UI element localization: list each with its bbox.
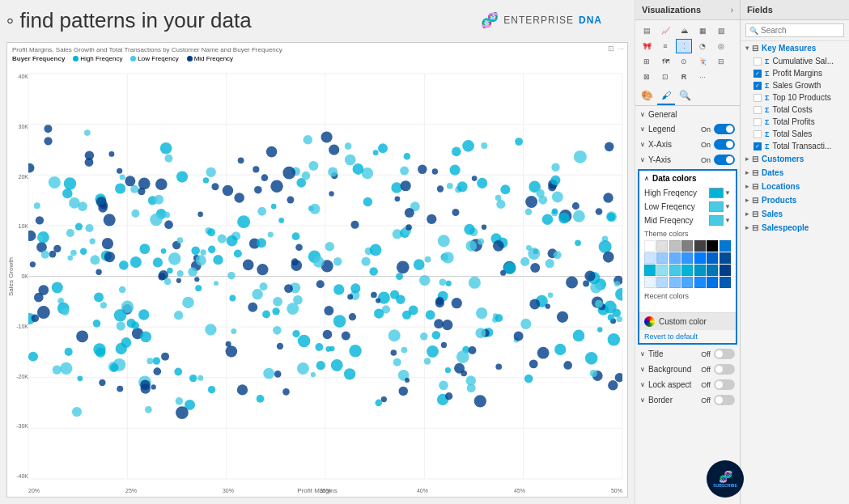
section-lock-aspect[interactable]: ∨ Lock aspect Off: [635, 377, 740, 392]
color-cell[interactable]: [707, 252, 718, 264]
viz-icon-pie[interactable]: ◔: [694, 39, 711, 53]
viz-icon-table[interactable]: ⊟: [713, 54, 729, 69]
more-icon[interactable]: ···: [618, 44, 624, 53]
section-legend[interactable]: ∨ Legend On: [635, 121, 740, 137]
subscribe-icon[interactable]: 🧬 SUBSCRIBE: [707, 460, 744, 498]
color-cell[interactable]: [694, 252, 706, 264]
field-group-header[interactable]: ▸⊟Locations: [741, 180, 849, 193]
revert-btn[interactable]: Revert to default: [639, 330, 736, 343]
section-border[interactable]: ∨ Border Off: [635, 392, 740, 408]
viz-icon-card[interactable]: 🃏: [694, 54, 711, 69]
color-cell[interactable]: [707, 240, 718, 252]
color-cell[interactable]: [669, 265, 681, 276]
color-cell[interactable]: [694, 277, 706, 288]
section-general[interactable]: ∨ General: [635, 108, 740, 121]
viz-icon-stacked-bar[interactable]: ▦: [694, 23, 711, 38]
legend-toggle[interactable]: [714, 124, 735, 134]
field-checkbox[interactable]: [753, 94, 762, 102]
legend-label: Buyer Frequency: [12, 55, 65, 62]
background-toggle[interactable]: [714, 364, 735, 375]
viz-icon-gauge[interactable]: ⊙: [676, 54, 692, 69]
viz-icon-r[interactable]: R: [676, 70, 692, 84]
color-cell[interactable]: [707, 277, 718, 288]
color-cell[interactable]: [644, 277, 656, 288]
viz-icon-bar[interactable]: ▤: [639, 23, 655, 38]
color-cell[interactable]: [681, 252, 693, 264]
color-cell[interactable]: [669, 277, 681, 288]
field-item[interactable]: ΣTotal Costs: [741, 104, 849, 116]
xaxis-toggle[interactable]: [714, 139, 735, 150]
field-checkbox[interactable]: [753, 118, 762, 126]
field-item[interactable]: ΣCumulative Sal...: [741, 55, 849, 67]
field-item[interactable]: ✓ΣTotal Transacti...: [741, 140, 849, 152]
color-cell[interactable]: [720, 277, 731, 288]
viz-panel-arrow[interactable]: ›: [731, 6, 733, 15]
color-cell[interactable]: [669, 252, 681, 264]
expand-icon[interactable]: ⊡: [608, 44, 614, 53]
color-cell[interactable]: [720, 240, 731, 252]
fields-search-input[interactable]: [761, 26, 840, 35]
color-cell[interactable]: [681, 265, 693, 276]
viz-icon-map[interactable]: 🗺: [657, 54, 673, 69]
color-cell[interactable]: [681, 277, 693, 288]
viz-icon-ribbon[interactable]: 🎀: [639, 39, 655, 53]
color-cell[interactable]: [656, 252, 668, 264]
color-cell[interactable]: [644, 240, 656, 252]
field-group-header[interactable]: ▸⊟Salespeople: [741, 221, 849, 235]
field-checkbox[interactable]: [753, 106, 762, 114]
viz-icon-py[interactable]: ⋯: [694, 70, 711, 84]
data-colors-header[interactable]: ∧ Data colors: [639, 171, 736, 186]
field-checkbox[interactable]: ✓: [753, 82, 762, 90]
color-cell[interactable]: [656, 240, 668, 252]
field-checkbox[interactable]: ✓: [753, 70, 762, 78]
viz-icon-treemap[interactable]: ⊞: [639, 54, 655, 69]
field-checkbox[interactable]: ✓: [753, 142, 762, 150]
color-cell[interactable]: [656, 265, 668, 276]
viz-icon-waterfall[interactable]: ≡: [657, 39, 673, 53]
field-group-header[interactable]: ▸⊟Customers: [741, 152, 849, 166]
tab-format[interactable]: 🎨: [637, 87, 657, 105]
title-toggle[interactable]: [714, 349, 735, 359]
viz-icon-donut[interactable]: ◎: [713, 39, 729, 53]
field-checkbox[interactable]: [753, 57, 762, 66]
color-cell[interactable]: [720, 252, 731, 264]
tab-format-active[interactable]: 🖌: [657, 87, 675, 105]
custom-color-btn[interactable]: Custom color: [639, 312, 736, 330]
section-background[interactable]: ∨ Background Off: [635, 362, 740, 377]
field-item[interactable]: ΣTotal Profits: [741, 116, 849, 128]
field-item[interactable]: ΣTotal Sales: [741, 128, 849, 140]
viz-icon-slicer[interactable]: ⊡: [657, 70, 673, 84]
color-cell[interactable]: [644, 265, 656, 276]
yaxis-toggle[interactable]: [714, 155, 735, 165]
tab-analytics[interactable]: 🔍: [675, 87, 695, 105]
viz-icon-line[interactable]: 📈: [657, 23, 673, 38]
field-group-header[interactable]: ▸⊟Dates: [741, 166, 849, 180]
field-group-header[interactable]: ▸⊟Products: [741, 193, 849, 207]
field-group-header[interactable]: ▸⊟Sales: [741, 207, 849, 221]
color-cell[interactable]: [707, 265, 718, 276]
color-cell[interactable]: [644, 252, 656, 264]
section-xaxis[interactable]: ∨ X-Axis On: [635, 137, 740, 152]
field-checkbox[interactable]: [753, 130, 762, 138]
color-cell[interactable]: [694, 265, 706, 276]
low-freq-color-btn[interactable]: ▼: [709, 201, 731, 212]
color-cell[interactable]: [681, 240, 693, 252]
field-item[interactable]: ✓ΣProfit Margins: [741, 67, 849, 79]
viz-icon-matrix[interactable]: ⊠: [639, 70, 655, 84]
color-cell[interactable]: [694, 240, 706, 252]
color-cell[interactable]: [669, 240, 681, 252]
section-title[interactable]: ∨ Title Off: [635, 346, 740, 362]
border-toggle[interactable]: [714, 395, 735, 405]
field-group-header[interactable]: ▾⊟Key Measures: [741, 41, 849, 55]
mid-freq-color-btn[interactable]: ▼: [709, 215, 731, 226]
lock-toggle[interactable]: [714, 379, 735, 390]
field-item[interactable]: ✓ΣSales Growth: [741, 79, 849, 91]
color-cell[interactable]: [656, 277, 668, 288]
viz-icon-scatter[interactable]: ⁚: [676, 39, 692, 53]
high-freq-color-btn[interactable]: ▼: [709, 188, 731, 198]
viz-icon-100-bar[interactable]: ▧: [713, 23, 729, 38]
viz-icon-area[interactable]: ⛰: [676, 23, 692, 38]
section-yaxis[interactable]: ∨ Y-Axis On: [635, 152, 740, 167]
color-cell[interactable]: [720, 265, 731, 276]
field-item[interactable]: ΣTop 10 Products: [741, 91, 849, 104]
